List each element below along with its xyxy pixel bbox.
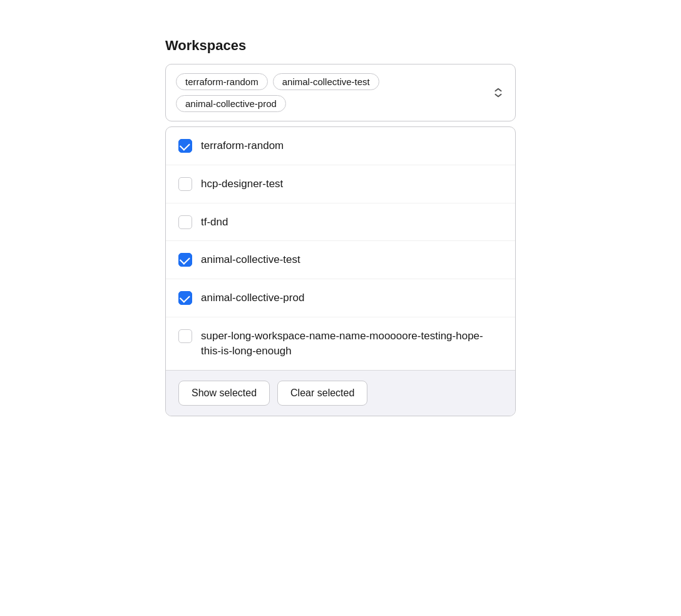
option-label: hcp-designer-test <box>201 177 503 192</box>
section-title: Workspaces <box>165 38 516 54</box>
selected-tag: animal-collective-test <box>273 73 379 90</box>
option-checkbox[interactable] <box>178 329 192 343</box>
option-label: tf-dnd <box>201 215 503 230</box>
option-label: terraform-random <box>201 138 503 153</box>
option-checkbox[interactable] <box>178 215 192 229</box>
selected-tags-box: terraform-randomanimal-collective-testan… <box>165 64 516 121</box>
options-list: terraform-randomhcp-designer-testtf-dnda… <box>166 127 515 370</box>
option-label: super-long-workspace-name-name-mooooore-… <box>201 329 503 359</box>
chevron-updown-icon <box>493 87 504 98</box>
option-checkbox[interactable] <box>178 253 192 267</box>
option-item[interactable]: animal-collective-prod <box>166 279 515 317</box>
workspaces-container: Workspaces terraform-randomanimal-collec… <box>165 25 516 416</box>
option-label: animal-collective-test <box>201 252 503 267</box>
option-item[interactable]: tf-dnd <box>166 203 515 242</box>
footer-bar: Show selected Clear selected <box>166 370 515 416</box>
dropdown-toggle-button[interactable] <box>490 85 506 101</box>
option-checkbox[interactable] <box>178 139 192 153</box>
option-item[interactable]: hcp-designer-test <box>166 165 515 203</box>
dropdown-box: terraform-randomhcp-designer-testtf-dnda… <box>165 126 516 416</box>
option-label: animal-collective-prod <box>201 290 503 305</box>
option-item[interactable]: terraform-random <box>166 127 515 165</box>
clear-selected-button[interactable]: Clear selected <box>277 381 367 406</box>
show-selected-button[interactable]: Show selected <box>178 381 270 406</box>
option-checkbox[interactable] <box>178 291 192 305</box>
option-item[interactable]: animal-collective-test <box>166 241 515 279</box>
option-checkbox[interactable] <box>178 177 192 191</box>
selected-tag: terraform-random <box>176 73 268 90</box>
selected-tag: animal-collective-prod <box>176 95 286 112</box>
option-item[interactable]: super-long-workspace-name-name-mooooore-… <box>166 317 515 370</box>
